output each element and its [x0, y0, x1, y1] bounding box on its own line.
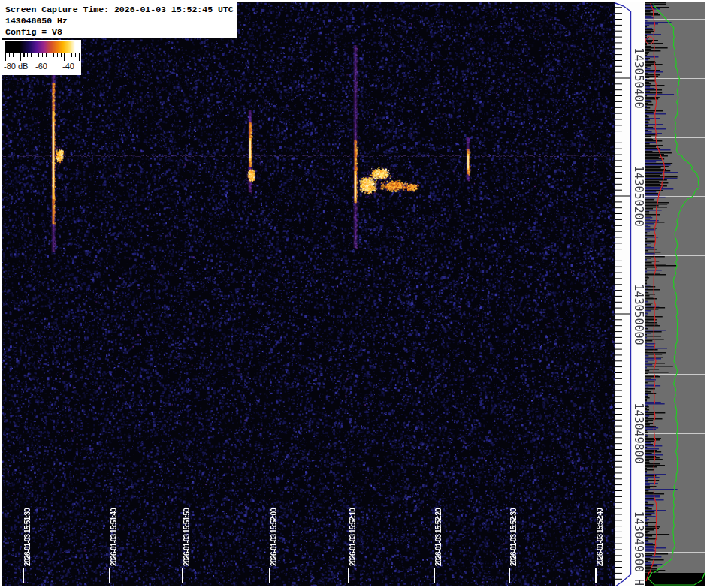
config-text: Config = V8: [5, 26, 237, 38]
spectrogram-window: Screen Capture Time: 2026-01-03 15:52:45…: [0, 0, 707, 588]
spectrogram-waterfall-canvas: [2, 2, 705, 586]
frequency-ruler: [615, 2, 645, 586]
colorbar-label-40db: -40: [62, 62, 74, 71]
colorbar-label-60db: -60: [35, 62, 47, 71]
colorbar-tick-ruler: [5, 53, 80, 61]
spectrum-marker-circle: [645, 36, 654, 44]
intensity-colorbar: -80 dB -60 -40: [2, 40, 81, 75]
tuned-frequency-text: 143048050 Hz: [5, 15, 237, 26]
capture-time-text: Screen Capture Time: 2026-01-03 15:52:45…: [5, 4, 237, 15]
capture-info-box: Screen Capture Time: 2026-01-03 15:52:45…: [2, 2, 237, 38]
colorbar-label-80db: -80 dB: [4, 62, 28, 71]
colorbar-gradient: [5, 41, 80, 53]
